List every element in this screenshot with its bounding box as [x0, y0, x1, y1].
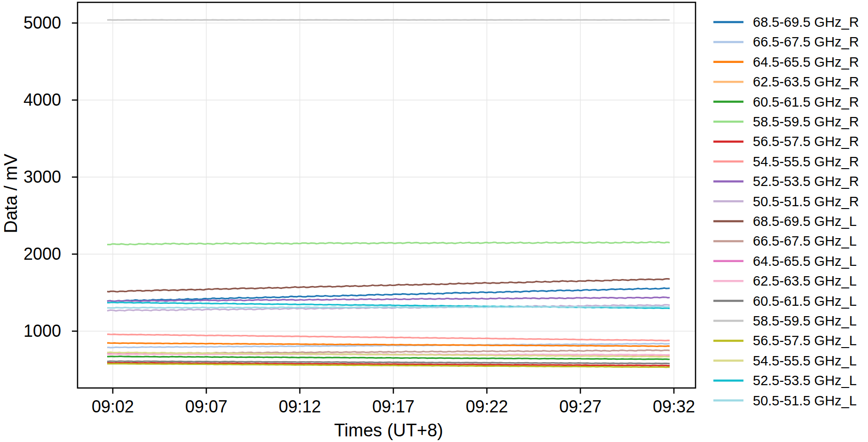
x-tick-label: 09:17: [372, 397, 414, 416]
legend-item: 54.5-55.5 GHz_L: [713, 353, 857, 368]
grid-layer: [78, 2, 696, 388]
line-chart-figure: 09:0209:0709:1209:1709:2209:2709:3210002…: [0, 0, 868, 442]
legend-item: 58.5-59.5 GHz_L: [713, 313, 857, 328]
legend-item: 60.5-61.5 GHz_L: [713, 294, 857, 309]
legend-item: 54.5-55.5 GHz_R: [713, 154, 859, 169]
series-line-58.5-59.5-GHz_R: [107, 242, 670, 245]
legend-item: 50.5-51.5 GHz_L: [713, 393, 857, 408]
legend-item: 56.5-57.5 GHz_R: [713, 134, 859, 149]
legend-item: 68.5-69.5 GHz_R: [713, 15, 859, 30]
legend-label: 64.5-65.5 GHz_L: [753, 254, 857, 269]
legend-item: 62.5-63.5 GHz_R: [713, 74, 859, 89]
legend-label: 60.5-61.5 GHz_L: [753, 294, 857, 309]
x-tick-label: 09:27: [559, 397, 602, 416]
legend-label: 62.5-63.5 GHz_L: [753, 273, 857, 288]
legend-item: 64.5-65.5 GHz_R: [713, 54, 859, 70]
x-tick-label: 09:07: [185, 397, 227, 416]
x-tick-label: 09:12: [279, 397, 321, 416]
legend-item: 52.5-53.5 GHz_R: [713, 174, 859, 189]
x-tick-label: 09:22: [466, 397, 508, 416]
x-tick-label: 09:32: [653, 397, 695, 416]
plot-border: [78, 2, 696, 388]
legend-label: 68.5-69.5 GHz_R: [753, 15, 859, 30]
legend-label: 66.5-67.5 GHz_R: [753, 34, 859, 49]
x-axis-title: Times (UT+8): [334, 420, 443, 440]
series-layer: [107, 20, 670, 367]
legend-item: 68.5-69.5 GHz_L: [713, 214, 857, 229]
legend-label: 60.5-61.5 GHz_R: [753, 94, 859, 109]
legend-item: 52.5-53.5 GHz_L: [713, 373, 857, 388]
y-tick-label: 5000: [23, 13, 61, 32]
legend-label: 50.5-51.5 GHz_L: [753, 393, 857, 408]
legend-label: 64.5-65.5 GHz_R: [753, 54, 859, 70]
legend-label: 58.5-59.5 GHz_R: [753, 114, 859, 129]
legend-item: 66.5-67.5 GHz_L: [713, 233, 857, 248]
legend-item: 50.5-51.5 GHz_R: [713, 194, 859, 209]
legend-item: 58.5-59.5 GHz_R: [713, 114, 859, 129]
legend-item: 62.5-63.5 GHz_L: [713, 273, 857, 288]
legend-item: 64.5-65.5 GHz_L: [713, 254, 857, 269]
chart-canvas: 09:0209:0709:1209:1709:2209:2709:3210002…: [0, 0, 868, 442]
y-tick-label: 1000: [23, 321, 61, 341]
series-line-58.5-59.5-GHz_L: [107, 20, 670, 20]
y-tick-label: 3000: [23, 167, 61, 186]
legend-label: 52.5-53.5 GHz_L: [753, 373, 857, 388]
legend-label: 62.5-63.5 GHz_R: [753, 74, 859, 89]
x-tick-label: 09:02: [92, 397, 134, 416]
legend-label: 50.5-51.5 GHz_R: [753, 194, 859, 209]
legend-label: 56.5-57.5 GHz_R: [753, 134, 859, 149]
legend-label: 68.5-69.5 GHz_L: [753, 214, 857, 229]
y-tick-label: 4000: [23, 90, 61, 109]
y-tick-label: 2000: [23, 244, 61, 264]
y-axis-title: Data / mV: [1, 154, 21, 233]
legend-label: 52.5-53.5 GHz_R: [753, 174, 859, 189]
legend-item: 60.5-61.5 GHz_R: [713, 94, 859, 109]
series-line-54.5-55.5-GHz_R: [107, 334, 670, 341]
legend-label: 66.5-67.5 GHz_L: [753, 233, 857, 248]
legend-label: 54.5-55.5 GHz_R: [753, 154, 859, 169]
legend: 68.5-69.5 GHz_R66.5-67.5 GHz_R64.5-65.5 …: [713, 15, 859, 408]
legend-item: 56.5-57.5 GHz_L: [713, 333, 857, 348]
legend-label: 56.5-57.5 GHz_L: [753, 333, 857, 348]
legend-label: 58.5-59.5 GHz_L: [753, 313, 857, 328]
legend-item: 66.5-67.5 GHz_R: [713, 34, 859, 49]
legend-label: 54.5-55.5 GHz_L: [753, 353, 857, 368]
series-line-60.5-61.5-GHz_R: [107, 357, 670, 359]
